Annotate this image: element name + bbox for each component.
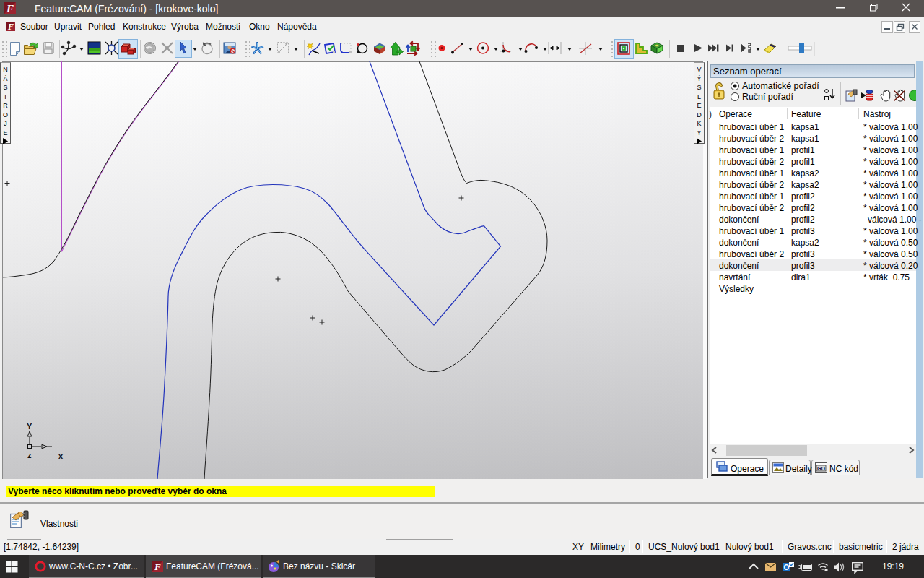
svg-text:Ruční pořadí: Ruční pořadí <box>742 92 794 102</box>
svg-text:F: F <box>6 3 14 14</box>
svg-text:x: x <box>58 452 64 460</box>
svg-text:Automatické pořadí: Automatické pořadí <box>742 81 819 91</box>
svg-text:O: O <box>783 564 789 571</box>
svg-text:Y: Y <box>27 422 32 431</box>
svg-text:F: F <box>154 561 161 572</box>
svg-text:F: F <box>7 22 14 31</box>
svg-text:z: z <box>27 451 32 460</box>
svg-text:GO: GO <box>817 466 825 471</box>
